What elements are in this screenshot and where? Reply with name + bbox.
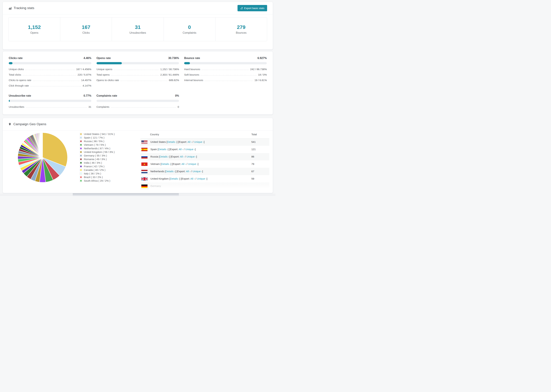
legend-item[interactable]: India ( 46 / 3% ) <box>80 161 115 165</box>
legend-swatch <box>80 169 82 171</box>
spain-flag-icon <box>141 148 148 151</box>
export-unique-link[interactable]: Unique › <box>186 155 196 158</box>
geo-legend: United States ( 541 / 31% ) Spain ( 121 … <box>80 132 115 182</box>
table-row: Netherlands [Details ›] [Export: All › /… <box>141 168 269 175</box>
unsubscribes-count: 31 <box>135 24 141 30</box>
country-total: 121 <box>251 148 256 151</box>
unsubscribe-rate-panel: Unsubscribe rate 0.77% Unsubscribes31 <box>9 94 91 108</box>
export-all-link[interactable]: All › <box>188 140 192 143</box>
export-unique-link[interactable]: Unique › <box>197 177 207 180</box>
bar-chart-icon <box>8 7 12 10</box>
table-row: Russia [Details ›] [Export: All › / Uniq… <box>141 153 269 161</box>
legend-swatch <box>80 162 82 164</box>
table-row: Vietnam [Details ›] [Export: All › / Uni… <box>141 161 269 168</box>
legend-swatch <box>80 140 82 142</box>
bounces-count: 279 <box>237 24 245 30</box>
bounce-rate-panel: Bounce rate 6.927% Hard bounces242 / 86.… <box>184 57 267 87</box>
stat-unsubscribes: 31 Unsubscribes <box>112 17 163 41</box>
legend-item[interactable]: Canada ( 40 / 2% ) <box>80 168 115 172</box>
legend-swatch <box>80 165 82 168</box>
country-total: 79 <box>251 162 254 165</box>
legend-swatch <box>80 133 82 135</box>
export-all-link[interactable]: All › <box>180 155 184 158</box>
export-unique-link[interactable]: Unique › <box>194 140 204 143</box>
export-unique-link[interactable]: Unique › <box>185 148 195 151</box>
geo-section-title: Campaign Geo Opens <box>13 122 46 126</box>
stats-summary-box: 1,152 Opens 167 Clicks 31 Unsubscribes 0… <box>8 17 267 41</box>
table-row: United Kingdom [Details ›] [Export: All … <box>141 175 269 182</box>
bounce-rate-progressbar <box>184 62 267 64</box>
export-unique-link[interactable]: Unique › <box>192 170 202 173</box>
opens-count: 1,152 <box>28 24 41 30</box>
page-title: Tracking stats <box>14 6 34 10</box>
legend-item[interactable]: United States ( 541 / 31% ) <box>80 132 115 136</box>
bottom-scrollbar-thumb[interactable] <box>73 193 179 196</box>
stat-complaints: 0 Complaints <box>164 17 215 41</box>
export-all-link[interactable]: All › <box>179 148 183 151</box>
legend-item[interactable]: Netherlands ( 67 / 4% ) <box>80 147 115 150</box>
united-kingdom-flag-icon <box>141 177 148 181</box>
legend-item[interactable]: Italy ( 36 / 2% ) <box>80 172 115 175</box>
country-total: 541 <box>251 140 256 143</box>
netherlands-flag-icon <box>141 170 148 173</box>
opens-rate-progressbar <box>97 62 179 64</box>
stat-opens: 1,152 Opens <box>8 17 60 41</box>
legend-item[interactable]: Russia ( 86 / 5% ) <box>80 139 115 143</box>
legend-item[interactable]: United Kingdom ( 59 / 3% ) <box>80 150 115 154</box>
legend-swatch <box>80 151 82 153</box>
map-pin-icon <box>8 122 11 126</box>
united-states-flag-icon <box>141 140 148 144</box>
rates-card: Clicks rate 4.46% Unique clicks167 / 4.4… <box>3 51 273 115</box>
legend-swatch <box>80 172 82 175</box>
unsubscribe-rate-progressbar <box>9 100 91 102</box>
clicks-rate-panel: Clicks rate 4.46% Unique clicks167 / 4.4… <box>9 57 91 87</box>
legend-swatch <box>80 147 82 150</box>
export-unique-link[interactable]: Unique › <box>188 162 198 165</box>
export-all-link[interactable]: All › <box>190 177 195 180</box>
table-row: United States [Details ›] [Export: All ›… <box>141 138 269 146</box>
legend-item[interactable]: Germany ( 55 / 3% ) <box>80 154 115 157</box>
table-header: Country Total <box>141 131 269 138</box>
legend-item[interactable]: Vietnam ( 79 / 5% ) <box>80 143 115 147</box>
table-row-partial: Germany <box>141 182 269 190</box>
legend-item[interactable]: Romania ( 49 / 3% ) <box>80 157 115 161</box>
clicks-rate-progressbar <box>9 62 91 64</box>
details-link[interactable]: Details › <box>161 162 171 165</box>
germany-flag-icon <box>141 185 148 188</box>
export-all-link[interactable]: All › <box>186 170 191 173</box>
legend-item[interactable]: France ( 42 / 2% ) <box>80 165 115 168</box>
complaints-rate-panel: Complaints rate 0% Complaints0 <box>97 94 179 108</box>
export-icon <box>240 7 243 9</box>
campaign-geo-opens-card: Campaign Geo Opens United States ( 541 /… <box>3 118 273 193</box>
russia-flag-icon <box>141 155 148 159</box>
legend-item[interactable]: Brazil ( 33 / 2% ) <box>80 175 115 179</box>
geo-country-table: Country Total United States [Details ›] … <box>141 131 269 190</box>
complaints-rate-progressbar <box>97 100 179 102</box>
legend-swatch <box>80 154 82 157</box>
details-link[interactable]: Details › <box>160 155 169 158</box>
details-link[interactable]: Details › <box>166 170 175 173</box>
country-total: 86 <box>251 155 254 158</box>
vietnam-flag-icon <box>141 162 148 166</box>
details-link[interactable]: Details › <box>158 148 168 151</box>
legend-swatch <box>80 158 82 161</box>
legend-swatch <box>80 176 82 178</box>
export-basic-stats-button[interactable]: Export basic stats <box>238 5 267 11</box>
country-total: 59 <box>251 177 254 180</box>
details-link[interactable]: Details › <box>167 140 177 143</box>
legend-swatch <box>80 180 82 182</box>
tracking-stats-card: Tracking stats Export basic stats 1,152 … <box>3 2 273 49</box>
legend-swatch <box>80 136 82 139</box>
details-link[interactable]: Details › <box>170 177 179 180</box>
legend-swatch <box>80 144 82 146</box>
export-all-link[interactable]: All › <box>182 162 186 165</box>
geo-pie-chart[interactable] <box>16 131 69 184</box>
legend-item[interactable]: Spain ( 121 / 7% ) <box>80 136 115 139</box>
country-total: 67 <box>251 170 254 173</box>
table-row: Spain [Details ›] [Export: All › / Uniqu… <box>141 146 269 153</box>
legend-item[interactable]: South Africa ( 29 / 2% ) <box>80 179 115 182</box>
clicks-count: 167 <box>82 24 90 30</box>
complaints-count: 0 <box>188 24 191 30</box>
stat-bounces: 279 Bounces <box>215 17 267 41</box>
stat-clicks: 167 Clicks <box>60 17 112 41</box>
